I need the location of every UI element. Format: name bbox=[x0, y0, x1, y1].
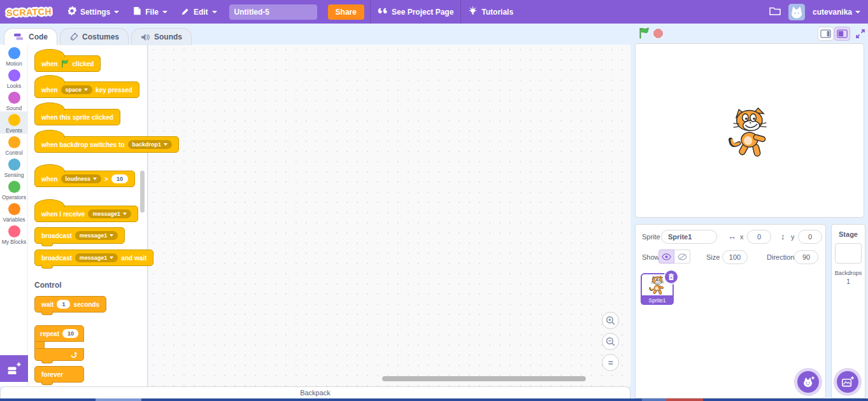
control-section-header: Control bbox=[34, 281, 62, 290]
loudness-value-input[interactable]: 10 bbox=[111, 174, 128, 183]
block-when-loudness[interactable]: when loudness > 10 bbox=[34, 171, 135, 187]
zoom-out-button[interactable] bbox=[602, 333, 619, 350]
canvas-horizontal-scrollbar[interactable] bbox=[382, 376, 586, 381]
chevron-down-icon bbox=[162, 11, 167, 13]
zoom-in-button[interactable] bbox=[602, 312, 619, 329]
settings-menu[interactable]: Settings bbox=[60, 0, 126, 24]
category-operators[interactable]: Operators bbox=[0, 178, 28, 200]
repeat-value-input[interactable]: 10 bbox=[62, 329, 78, 338]
category-control[interactable]: Control bbox=[0, 134, 28, 156]
block-broadcast-and-wait[interactable]: broadcast message1 and wait bbox=[34, 250, 153, 266]
category-looks[interactable]: Looks bbox=[0, 67, 28, 89]
green-flag-button[interactable] bbox=[639, 27, 650, 41]
loudness-dropdown[interactable]: loudness bbox=[61, 174, 102, 183]
editor-tabs: Code Costumes Sounds bbox=[4, 28, 194, 45]
zoom-reset-button[interactable] bbox=[602, 354, 619, 371]
y-position-icon: ↕ bbox=[781, 232, 785, 241]
block-when-i-receive[interactable]: when I receive message1 bbox=[34, 206, 138, 222]
eye-icon bbox=[662, 253, 671, 260]
x-position-input[interactable] bbox=[747, 230, 771, 244]
backpack-bar[interactable]: Backpack bbox=[0, 386, 630, 399]
account-menu[interactable]: cutevanika bbox=[813, 8, 860, 17]
taskbar-item bbox=[96, 398, 141, 401]
variables-dot bbox=[8, 203, 20, 215]
project-name-input[interactable] bbox=[229, 4, 317, 20]
block-when-sprite-clicked[interactable]: when this sprite clicked bbox=[34, 109, 120, 125]
file-label: File bbox=[145, 8, 159, 17]
tab-sounds[interactable]: Sounds bbox=[131, 28, 192, 45]
avatar[interactable] bbox=[788, 4, 805, 20]
sprite-info-panel: Sprite ↔ x ↕ y Show Size Direction Sprit… bbox=[635, 224, 826, 398]
tab-code[interactable]: Code bbox=[4, 28, 57, 45]
y-label: y bbox=[791, 233, 795, 241]
fullscreen-button[interactable] bbox=[852, 27, 868, 41]
message-dropdown[interactable]: message1 bbox=[88, 209, 131, 218]
y-position-input[interactable] bbox=[798, 230, 822, 244]
tutorials-button[interactable]: Tutorials bbox=[461, 0, 520, 24]
delete-sprite-button[interactable] bbox=[665, 271, 678, 283]
small-stage-button[interactable] bbox=[818, 27, 834, 41]
category-events[interactable]: Events bbox=[0, 111, 28, 134]
block-when-key-pressed[interactable]: when space key pressed bbox=[34, 81, 139, 98]
stop-button[interactable] bbox=[653, 29, 663, 41]
backdrop-dropdown[interactable]: backdrop1 bbox=[128, 140, 173, 149]
category-variables[interactable]: Variables bbox=[0, 200, 28, 223]
green-flag-icon bbox=[639, 27, 650, 39]
code-canvas[interactable] bbox=[148, 45, 630, 386]
share-button[interactable]: Share bbox=[328, 4, 364, 20]
key-dropdown[interactable]: space bbox=[61, 85, 93, 94]
taskbar-item bbox=[642, 398, 666, 401]
edit-menu[interactable]: Edit bbox=[174, 0, 224, 24]
category-sound[interactable]: Sound bbox=[0, 89, 28, 111]
large-stage-button[interactable] bbox=[834, 27, 850, 41]
chevron-down-icon bbox=[84, 88, 88, 91]
category-sensing[interactable]: Sensing bbox=[0, 156, 28, 178]
size-label: Size bbox=[706, 253, 720, 261]
small-stage-icon bbox=[820, 29, 831, 38]
backdrops-count: 1 bbox=[832, 278, 865, 285]
chevron-down-icon bbox=[114, 11, 119, 13]
block-forever[interactable]: forever bbox=[34, 366, 84, 383]
wait-value-input[interactable]: 1 bbox=[57, 300, 70, 309]
direction-input[interactable] bbox=[794, 250, 818, 264]
tab-costumes-label: Costumes bbox=[82, 32, 119, 41]
block-broadcast[interactable]: broadcast message1 bbox=[34, 227, 125, 244]
palette-scrollbar[interactable] bbox=[140, 171, 145, 213]
add-extension-button[interactable] bbox=[0, 355, 28, 382]
category-motion[interactable]: Motion bbox=[0, 45, 28, 67]
x-position-icon: ↔ bbox=[728, 232, 736, 241]
username-label: cutevanika bbox=[813, 8, 852, 17]
add-sprite-button[interactable] bbox=[797, 371, 819, 393]
stage[interactable] bbox=[635, 43, 864, 218]
block-repeat[interactable]: repeat 10 bbox=[34, 325, 84, 361]
chevron-down-icon bbox=[855, 11, 860, 13]
block-wait-seconds[interactable]: wait 1 seconds bbox=[34, 296, 106, 313]
code-blocks-icon bbox=[13, 32, 25, 41]
block-when-flag-clicked[interactable]: when clicked bbox=[34, 55, 101, 72]
message-dropdown[interactable]: message1 bbox=[75, 253, 118, 262]
backdrops-label: Backdrops bbox=[832, 270, 865, 276]
show-hidden-button[interactable] bbox=[674, 250, 690, 264]
fullscreen-icon bbox=[855, 29, 865, 39]
tab-costumes[interactable]: Costumes bbox=[60, 28, 129, 45]
gear-icon bbox=[68, 6, 76, 17]
scratch-logo[interactable]: SCRATCH bbox=[6, 6, 52, 17]
add-backdrop-button[interactable] bbox=[837, 371, 858, 393]
category-my-blocks[interactable]: My Blocks bbox=[0, 223, 28, 245]
sprite-name-input[interactable] bbox=[661, 230, 717, 244]
size-input[interactable] bbox=[722, 250, 748, 264]
control-dot bbox=[8, 136, 20, 148]
block-when-backdrop-switches[interactable]: when backdrop switches to backdrop1 bbox=[34, 136, 179, 153]
message-dropdown[interactable]: message1 bbox=[75, 231, 118, 240]
pencil-icon bbox=[181, 7, 190, 17]
x-label: x bbox=[740, 233, 744, 241]
sprite-cat-on-stage[interactable] bbox=[728, 106, 774, 159]
backdrop-thumbnail[interactable] bbox=[835, 243, 862, 264]
show-visible-button[interactable] bbox=[658, 250, 674, 264]
show-label: Show bbox=[642, 253, 660, 261]
chevron-down-icon bbox=[93, 178, 97, 180]
taskbar-item bbox=[666, 398, 703, 401]
see-project-page-button[interactable]: See Project Page bbox=[371, 0, 460, 24]
folder-icon[interactable] bbox=[769, 6, 781, 17]
file-menu[interactable]: File bbox=[126, 0, 174, 24]
